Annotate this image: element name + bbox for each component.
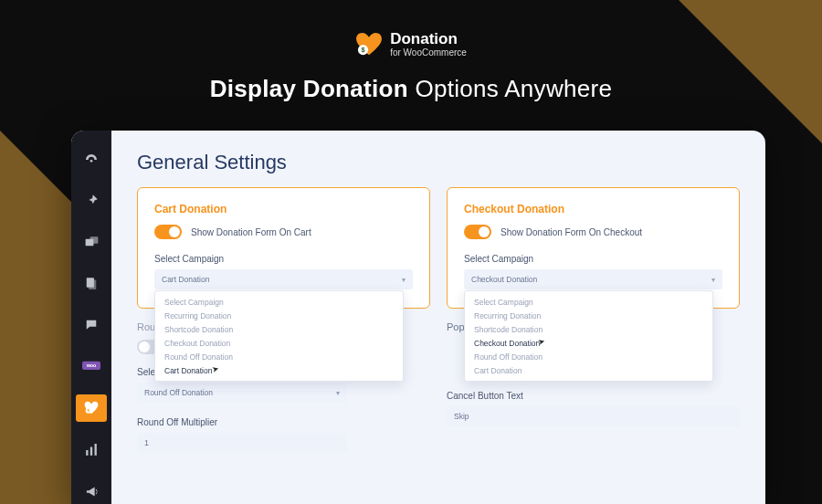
toggle-label-cart: Show Donation Form On Cart — [191, 227, 311, 237]
cursor-icon: ➤ — [211, 363, 220, 374]
svg-rect-6 — [89, 280, 96, 290]
pages-icon[interactable] — [71, 271, 111, 296]
brand-name: Donation — [390, 31, 467, 47]
media-icon[interactable] — [71, 229, 111, 254]
brand-subtitle: for WooCommerce — [390, 48, 467, 58]
select-campaign-roundoff[interactable]: Round Off Donation ▾ — [137, 383, 347, 403]
woo-icon[interactable]: woo — [71, 353, 111, 378]
select-campaign-checkout[interactable]: Checkout Donation ▾ — [464, 269, 722, 289]
svg-rect-13 — [95, 444, 97, 456]
svg-rect-11 — [86, 450, 88, 456]
heart-dollar-icon: $ — [355, 33, 383, 57]
dropdown-option[interactable]: Select Campaign — [155, 295, 403, 309]
dropdown-option[interactable]: Cart Donation ➤ — [155, 363, 403, 377]
donation-icon[interactable]: $ — [76, 394, 107, 421]
dropdown-option[interactable]: Recurring Donation — [155, 309, 403, 322]
round-off-multiplier-label: Round Off Multiplier — [137, 417, 430, 427]
svg-point-2 — [90, 160, 93, 163]
chevron-down-icon: ▾ — [336, 389, 340, 397]
svg-rect-4 — [90, 236, 98, 244]
dashboard-icon[interactable] — [71, 147, 111, 172]
dropdown-option[interactable]: Checkout Donation ➤ — [465, 336, 712, 350]
toggle-checkout-form[interactable] — [464, 225, 491, 239]
select-campaign-label-checkout: Select Campaign — [464, 254, 722, 264]
chevron-down-icon: ▾ — [402, 276, 406, 284]
select-campaign-cart[interactable]: Cart Donation ▾ — [154, 269, 413, 289]
dropdown-option[interactable]: Select Campaign — [465, 295, 712, 309]
cancel-button-text-input[interactable]: Skip — [447, 406, 740, 426]
svg-rect-12 — [90, 447, 92, 456]
page-title: General Settings — [137, 151, 740, 174]
marketing-icon[interactable] — [71, 479, 111, 504]
comments-icon[interactable] — [71, 312, 111, 337]
cursor-icon: ➤ — [537, 336, 546, 347]
dropdown-option[interactable]: Checkout Donation — [155, 336, 403, 350]
dropdown-option[interactable]: Round Off Donation — [155, 350, 403, 363]
checkout-campaign-dropdown[interactable]: Select Campaign Recurring Donation Short… — [464, 290, 713, 382]
admin-sidebar: woo $ — [71, 131, 111, 504]
dropdown-option[interactable]: Recurring Donation — [465, 309, 712, 322]
card-title-checkout: Checkout Donation — [464, 203, 722, 215]
dropdown-option[interactable]: Shortcode Donation — [155, 322, 403, 336]
toggle-cart-form[interactable] — [154, 225, 182, 239]
svg-text:woo: woo — [86, 362, 97, 368]
dropdown-option[interactable]: Cart Donation — [465, 363, 712, 377]
brand-logo: $ Donation for WooCommerce — [355, 31, 467, 58]
cancel-button-text-label: Cancel Button Text — [447, 391, 740, 401]
cart-donation-card: Cart Donation Show Donation Form On Cart… — [137, 187, 430, 309]
chevron-down-icon: ▾ — [711, 276, 715, 284]
checkout-donation-card: Checkout Donation Show Donation Form On … — [447, 187, 740, 309]
toggle-label-checkout: Show Donation Form On Checkout — [501, 227, 642, 237]
select-campaign-label-cart: Select Campaign — [154, 254, 413, 264]
cart-campaign-dropdown[interactable]: Select Campaign Recurring Donation Short… — [154, 290, 404, 382]
app-window: woo $ General Settings Cart Donation Sho… — [71, 131, 765, 504]
tagline: Display Donation Options Anywhere — [0, 75, 822, 103]
analytics-icon[interactable] — [71, 438, 111, 463]
dropdown-option[interactable]: Round Off Donation — [465, 350, 712, 363]
card-title-cart: Cart Donation — [154, 203, 413, 215]
pin-icon[interactable] — [71, 188, 111, 213]
round-off-multiplier-input[interactable]: 1 — [137, 433, 347, 453]
dropdown-option[interactable]: Shortcode Donation — [465, 322, 712, 336]
